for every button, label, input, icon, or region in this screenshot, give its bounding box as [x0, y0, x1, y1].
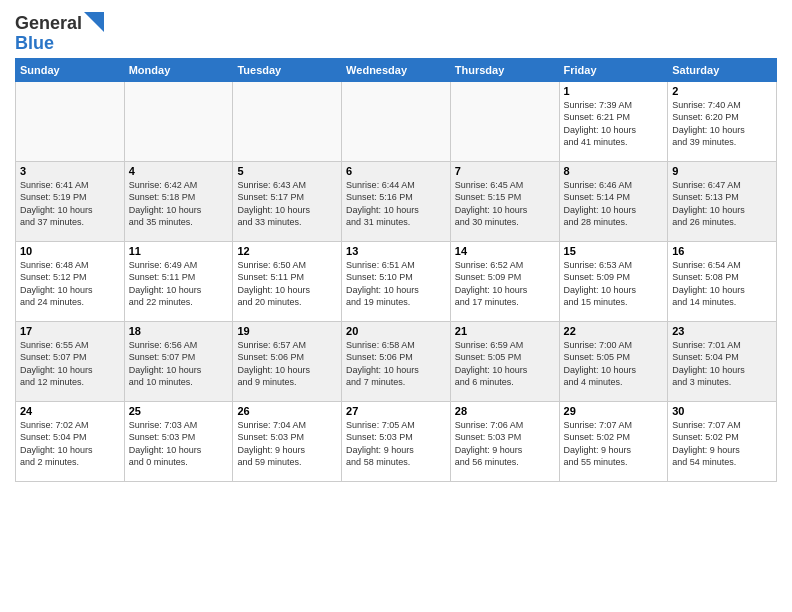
cell-content: Sunrise: 7:01 AM Sunset: 5:04 PM Dayligh… — [672, 339, 772, 389]
weekday-header-sunday: Sunday — [16, 58, 125, 81]
calendar-table: SundayMondayTuesdayWednesdayThursdayFrid… — [15, 58, 777, 482]
day-number: 28 — [455, 405, 555, 417]
day-number: 26 — [237, 405, 337, 417]
day-number: 12 — [237, 245, 337, 257]
calendar-cell: 13Sunrise: 6:51 AM Sunset: 5:10 PM Dayli… — [342, 241, 451, 321]
cell-content: Sunrise: 6:54 AM Sunset: 5:08 PM Dayligh… — [672, 259, 772, 309]
calendar-cell: 7Sunrise: 6:45 AM Sunset: 5:15 PM Daylig… — [450, 161, 559, 241]
week-row-4: 17Sunrise: 6:55 AM Sunset: 5:07 PM Dayli… — [16, 321, 777, 401]
calendar-cell: 4Sunrise: 6:42 AM Sunset: 5:18 PM Daylig… — [124, 161, 233, 241]
cell-content: Sunrise: 6:55 AM Sunset: 5:07 PM Dayligh… — [20, 339, 120, 389]
cell-content: Sunrise: 7:07 AM Sunset: 5:02 PM Dayligh… — [564, 419, 664, 469]
day-number: 29 — [564, 405, 664, 417]
cell-content: Sunrise: 6:47 AM Sunset: 5:13 PM Dayligh… — [672, 179, 772, 229]
weekday-header-thursday: Thursday — [450, 58, 559, 81]
calendar-cell: 27Sunrise: 7:05 AM Sunset: 5:03 PM Dayli… — [342, 401, 451, 481]
day-number: 2 — [672, 85, 772, 97]
calendar-cell: 30Sunrise: 7:07 AM Sunset: 5:02 PM Dayli… — [668, 401, 777, 481]
day-number: 1 — [564, 85, 664, 97]
day-number: 3 — [20, 165, 120, 177]
calendar-cell: 24Sunrise: 7:02 AM Sunset: 5:04 PM Dayli… — [16, 401, 125, 481]
calendar-cell: 20Sunrise: 6:58 AM Sunset: 5:06 PM Dayli… — [342, 321, 451, 401]
calendar-cell — [233, 81, 342, 161]
calendar-cell: 6Sunrise: 6:44 AM Sunset: 5:16 PM Daylig… — [342, 161, 451, 241]
day-number: 22 — [564, 325, 664, 337]
cell-content: Sunrise: 7:07 AM Sunset: 5:02 PM Dayligh… — [672, 419, 772, 469]
calendar-cell: 2Sunrise: 7:40 AM Sunset: 6:20 PM Daylig… — [668, 81, 777, 161]
day-number: 7 — [455, 165, 555, 177]
calendar-cell: 10Sunrise: 6:48 AM Sunset: 5:12 PM Dayli… — [16, 241, 125, 321]
cell-content: Sunrise: 6:59 AM Sunset: 5:05 PM Dayligh… — [455, 339, 555, 389]
logo-text: General Blue — [15, 14, 104, 54]
cell-content: Sunrise: 6:52 AM Sunset: 5:09 PM Dayligh… — [455, 259, 555, 309]
header: General Blue — [15, 10, 777, 54]
calendar-cell: 8Sunrise: 6:46 AM Sunset: 5:14 PM Daylig… — [559, 161, 668, 241]
cell-content: Sunrise: 7:06 AM Sunset: 5:03 PM Dayligh… — [455, 419, 555, 469]
main-container: General Blue SundayMondayTuesdayWednesda… — [0, 0, 792, 487]
cell-content: Sunrise: 7:00 AM Sunset: 5:05 PM Dayligh… — [564, 339, 664, 389]
day-number: 27 — [346, 405, 446, 417]
calendar-cell: 15Sunrise: 6:53 AM Sunset: 5:09 PM Dayli… — [559, 241, 668, 321]
calendar-cell: 3Sunrise: 6:41 AM Sunset: 5:19 PM Daylig… — [16, 161, 125, 241]
calendar-cell: 22Sunrise: 7:00 AM Sunset: 5:05 PM Dayli… — [559, 321, 668, 401]
cell-content: Sunrise: 7:02 AM Sunset: 5:04 PM Dayligh… — [20, 419, 120, 469]
weekday-header-row: SundayMondayTuesdayWednesdayThursdayFrid… — [16, 58, 777, 81]
day-number: 9 — [672, 165, 772, 177]
cell-content: Sunrise: 7:03 AM Sunset: 5:03 PM Dayligh… — [129, 419, 229, 469]
calendar-cell: 9Sunrise: 6:47 AM Sunset: 5:13 PM Daylig… — [668, 161, 777, 241]
cell-content: Sunrise: 6:43 AM Sunset: 5:17 PM Dayligh… — [237, 179, 337, 229]
day-number: 10 — [20, 245, 120, 257]
calendar-cell: 18Sunrise: 6:56 AM Sunset: 5:07 PM Dayli… — [124, 321, 233, 401]
day-number: 21 — [455, 325, 555, 337]
cell-content: Sunrise: 7:04 AM Sunset: 5:03 PM Dayligh… — [237, 419, 337, 469]
calendar-cell: 29Sunrise: 7:07 AM Sunset: 5:02 PM Dayli… — [559, 401, 668, 481]
weekday-header-saturday: Saturday — [668, 58, 777, 81]
cell-content: Sunrise: 6:41 AM Sunset: 5:19 PM Dayligh… — [20, 179, 120, 229]
cell-content: Sunrise: 6:49 AM Sunset: 5:11 PM Dayligh… — [129, 259, 229, 309]
calendar-cell: 11Sunrise: 6:49 AM Sunset: 5:11 PM Dayli… — [124, 241, 233, 321]
calendar-cell — [124, 81, 233, 161]
cell-content: Sunrise: 6:48 AM Sunset: 5:12 PM Dayligh… — [20, 259, 120, 309]
calendar-cell: 12Sunrise: 6:50 AM Sunset: 5:11 PM Dayli… — [233, 241, 342, 321]
day-number: 25 — [129, 405, 229, 417]
week-row-1: 1Sunrise: 7:39 AM Sunset: 6:21 PM Daylig… — [16, 81, 777, 161]
day-number: 17 — [20, 325, 120, 337]
cell-content: Sunrise: 7:40 AM Sunset: 6:20 PM Dayligh… — [672, 99, 772, 149]
week-row-3: 10Sunrise: 6:48 AM Sunset: 5:12 PM Dayli… — [16, 241, 777, 321]
day-number: 11 — [129, 245, 229, 257]
day-number: 20 — [346, 325, 446, 337]
calendar-cell: 17Sunrise: 6:55 AM Sunset: 5:07 PM Dayli… — [16, 321, 125, 401]
logo-blue: Blue — [15, 33, 54, 53]
logo-general: General — [15, 14, 82, 34]
cell-content: Sunrise: 6:46 AM Sunset: 5:14 PM Dayligh… — [564, 179, 664, 229]
weekday-header-friday: Friday — [559, 58, 668, 81]
day-number: 16 — [672, 245, 772, 257]
weekday-header-monday: Monday — [124, 58, 233, 81]
week-row-2: 3Sunrise: 6:41 AM Sunset: 5:19 PM Daylig… — [16, 161, 777, 241]
calendar-cell: 16Sunrise: 6:54 AM Sunset: 5:08 PM Dayli… — [668, 241, 777, 321]
calendar-cell: 1Sunrise: 7:39 AM Sunset: 6:21 PM Daylig… — [559, 81, 668, 161]
cell-content: Sunrise: 6:50 AM Sunset: 5:11 PM Dayligh… — [237, 259, 337, 309]
cell-content: Sunrise: 7:39 AM Sunset: 6:21 PM Dayligh… — [564, 99, 664, 149]
svg-marker-0 — [84, 12, 104, 32]
day-number: 19 — [237, 325, 337, 337]
day-number: 5 — [237, 165, 337, 177]
cell-content: Sunrise: 6:58 AM Sunset: 5:06 PM Dayligh… — [346, 339, 446, 389]
weekday-header-tuesday: Tuesday — [233, 58, 342, 81]
calendar-cell — [450, 81, 559, 161]
calendar-cell — [16, 81, 125, 161]
cell-content: Sunrise: 6:56 AM Sunset: 5:07 PM Dayligh… — [129, 339, 229, 389]
day-number: 13 — [346, 245, 446, 257]
day-number: 8 — [564, 165, 664, 177]
week-row-5: 24Sunrise: 7:02 AM Sunset: 5:04 PM Dayli… — [16, 401, 777, 481]
day-number: 14 — [455, 245, 555, 257]
calendar-cell: 19Sunrise: 6:57 AM Sunset: 5:06 PM Dayli… — [233, 321, 342, 401]
day-number: 18 — [129, 325, 229, 337]
calendar-cell: 21Sunrise: 6:59 AM Sunset: 5:05 PM Dayli… — [450, 321, 559, 401]
logo-arrow-icon — [84, 12, 104, 32]
cell-content: Sunrise: 6:51 AM Sunset: 5:10 PM Dayligh… — [346, 259, 446, 309]
calendar-cell: 25Sunrise: 7:03 AM Sunset: 5:03 PM Dayli… — [124, 401, 233, 481]
day-number: 23 — [672, 325, 772, 337]
calendar-cell: 23Sunrise: 7:01 AM Sunset: 5:04 PM Dayli… — [668, 321, 777, 401]
cell-content: Sunrise: 6:53 AM Sunset: 5:09 PM Dayligh… — [564, 259, 664, 309]
